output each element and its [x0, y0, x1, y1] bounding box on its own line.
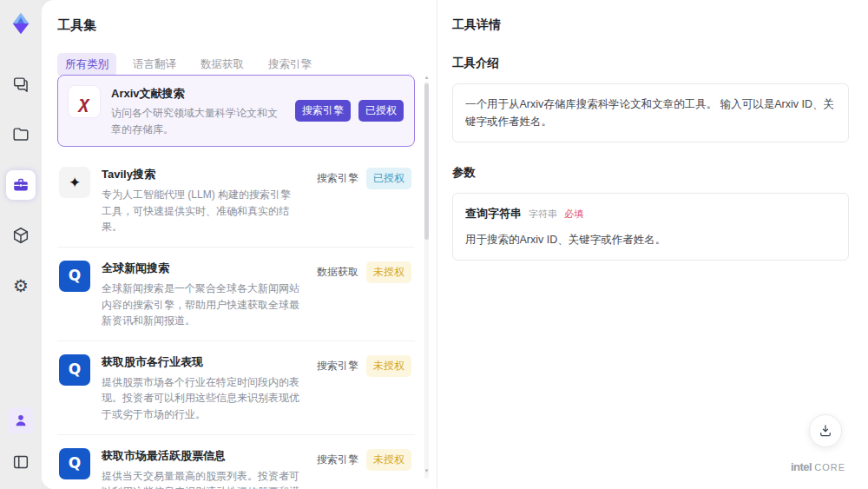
user-avatar-button[interactable] — [8, 407, 34, 433]
intel-wordmark: intel — [791, 460, 812, 473]
sidebar-item-settings[interactable]: ⚙ — [6, 271, 36, 301]
sidebar-item-chat[interactable] — [6, 69, 36, 99]
param-type: 字符串 — [529, 207, 557, 222]
parameter-box: 查询字符串 字符串 必填 用于搜索的Arxiv ID、关键字或作者姓名。 — [452, 193, 849, 261]
params-section-title: 参数 — [452, 165, 849, 181]
auth-status-badge: 未授权 — [366, 261, 411, 283]
intel-core-logo: intel CORE — [791, 460, 845, 473]
tool-description: 提供当天交易量最高的股票列表。投资者可以利用这些信息来识别流动性强的股票和潜在的… — [102, 468, 300, 489]
tool-name: 获取市场最活跃股票信息 — [102, 448, 300, 464]
tool-item-arxiv[interactable]: χ Arxiv文献搜索 访问各个研究领域大量科学论文和文章的存储库。 搜索引擎 … — [57, 75, 415, 147]
stock-tool-logo-icon: Q — [59, 448, 90, 479]
tool-list: χ Arxiv文献搜索 访问各个研究领域大量科学论文和文章的存储库。 搜索引擎 … — [57, 75, 415, 489]
auth-status-badge: 未授权 — [366, 449, 411, 471]
tool-list-pane: 工具集 所有类别 语言翻译 数据获取 搜索引擎 χ Arxiv文献搜索 访问各个… — [42, 0, 437, 489]
auth-status-badge: 已授权 — [358, 100, 404, 122]
sidebar-item-files[interactable] — [6, 120, 36, 149]
scroll-up-icon[interactable]: ▲ — [424, 75, 430, 80]
tool-name: 获取股市各行业表现 — [102, 354, 300, 370]
category-label: 搜索引擎 — [317, 453, 358, 467]
left-rail: ⚙ — [0, 0, 42, 489]
param-description: 用于搜索的Arxiv ID、关键字或作者姓名。 — [465, 231, 836, 248]
tab-language-translation[interactable]: 语言翻译 — [125, 53, 184, 76]
category-tabs: 所有类别 语言翻译 数据获取 搜索引擎 — [57, 53, 437, 76]
tool-description: 提供股票市场各个行业在特定时间段内的表现。投资者可以利用这些信息来识别表现优于或… — [102, 374, 300, 423]
sidebar-item-models[interactable] — [6, 221, 36, 250]
auth-status-badge: 已授权 — [366, 168, 411, 189]
tool-item-sector-performance[interactable]: Q 获取股市各行业表现 提供股票市场各个行业在特定时间段内的表现。投资者可以利用… — [57, 341, 415, 435]
tool-name: Arxiv文献搜索 — [111, 86, 279, 102]
tab-all-categories[interactable]: 所有类别 — [57, 53, 116, 76]
category-label: 数据获取 — [317, 265, 358, 280]
intro-section-title: 工具介绍 — [452, 56, 849, 71]
tool-name: 全球新闻搜索 — [102, 261, 300, 276]
core-wordmark: CORE — [814, 462, 845, 472]
tab-search-engine[interactable]: 搜索引擎 — [260, 53, 319, 76]
category-badge: 搜索引擎 — [295, 100, 351, 122]
tavily-logo-icon: ✦ — [59, 167, 90, 198]
scroll-down-icon[interactable]: ▼ — [424, 468, 430, 473]
download-button[interactable] — [809, 414, 842, 447]
tool-name: Tavily搜索 — [102, 167, 300, 182]
tool-item-active-stocks[interactable]: Q 获取市场最活跃股票信息 提供当天交易量最高的股票列表。投资者可以利用这些信息… — [57, 435, 415, 489]
tool-description: 专为人工智能代理 (LLM) 构建的搜索引擎工具，可快速提供实时、准确和真实的结… — [102, 187, 300, 235]
category-label: 搜索引擎 — [317, 171, 358, 186]
collapse-panel-button[interactable] — [6, 447, 36, 477]
tool-item-global-news[interactable]: Q 全球新闻搜索 全球新闻搜索是一个聚合全球各大新闻网站内容的搜索引擎，帮助用户… — [57, 248, 415, 341]
scrollbar-thumb[interactable] — [424, 83, 429, 240]
list-scrollbar[interactable]: ▲ ▼ — [424, 75, 430, 486]
page-title: 工具集 — [57, 17, 437, 34]
download-icon — [818, 423, 833, 439]
main-surface: 工具集 所有类别 语言翻译 数据获取 搜索引擎 χ Arxiv文献搜索 访问各个… — [42, 0, 868, 489]
sidebar-item-toolbox[interactable] — [6, 170, 36, 200]
auth-status-badge: 未授权 — [366, 355, 411, 377]
category-label: 搜索引擎 — [317, 359, 358, 373]
tool-item-tavily[interactable]: ✦ Tavily搜索 专为人工智能代理 (LLM) 构建的搜索引擎工具，可快速提… — [57, 154, 415, 248]
news-search-logo-icon: Q — [59, 261, 90, 292]
tab-data-fetch[interactable]: 数据获取 — [193, 53, 252, 76]
user-icon — [12, 412, 30, 429]
tool-detail-pane: 工具详情 工具介绍 一个用于从Arxiv存储库搜索科学论文和文章的工具。 输入可… — [438, 0, 868, 489]
tool-description: 访问各个研究领域大量科学论文和文章的存储库。 — [111, 105, 279, 137]
tool-description: 全球新闻搜索是一个聚合全球各大新闻网站内容的搜索引擎，帮助用户快速获取全球最新资… — [102, 281, 300, 329]
param-name: 查询字符串 — [465, 205, 522, 223]
detail-title: 工具详情 — [452, 17, 849, 33]
arxiv-logo-icon: χ — [69, 86, 100, 117]
app-logo-icon — [6, 9, 36, 38]
stock-tool-logo-icon: Q — [59, 354, 90, 386]
param-required-badge: 必填 — [564, 207, 583, 222]
tool-intro-box: 一个用于从Arxiv存储库搜索科学论文和文章的工具。 输入可以是Arxiv ID… — [452, 83, 849, 142]
gear-icon: ⚙ — [13, 277, 29, 294]
app-window: ⚙ 工具集 所有类别 语言翻译 — [0, 0, 868, 489]
tool-intro-text: 一个用于从Arxiv存储库搜索科学论文和文章的工具。 输入可以是Arxiv ID… — [465, 98, 834, 128]
